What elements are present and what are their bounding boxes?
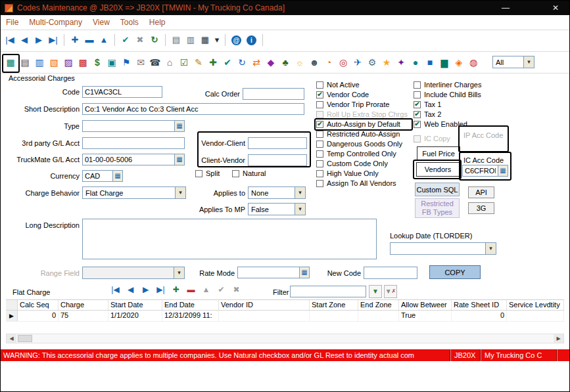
- checkbox-box[interactable]: [316, 131, 323, 138]
- code-field[interactable]: [82, 86, 162, 98]
- scroll-left-icon[interactable]: ◀: [7, 334, 16, 343]
- checkbox-box[interactable]: [316, 81, 323, 89]
- applies-to-mp-combo[interactable]: False ▾: [248, 203, 306, 215]
- checkbox-box[interactable]: [316, 170, 323, 177]
- post-edit-icon[interactable]: ✔: [119, 33, 132, 47]
- insert-record-icon[interactable]: ✚: [68, 33, 82, 47]
- checkbox-box[interactable]: [232, 170, 239, 177]
- tag-icon[interactable]: ◈: [452, 56, 466, 69]
- table-row[interactable]: ▶ 0 75 1/1/2020 12/31/2099 11: True 0: [6, 311, 564, 322]
- third-party-gl-field[interactable]: [82, 137, 185, 149]
- filter-input[interactable]: [290, 286, 366, 297]
- client-vendor-field[interactable]: [248, 154, 307, 166]
- not-active-checkbox[interactable]: Not Active: [316, 81, 408, 89]
- charge-behavior-combo[interactable]: Flat Charge ▾: [82, 186, 186, 199]
- menu-file[interactable]: File: [6, 18, 18, 27]
- short-description-field[interactable]: [82, 103, 304, 115]
- truckmate-gl-lookup-icon[interactable]: ▦: [174, 154, 185, 165]
- toolbar-separator[interactable]: [64, 34, 64, 46]
- menu-tools[interactable]: Tools: [120, 18, 139, 27]
- report-icon[interactable]: ▤: [18, 56, 32, 69]
- vendor-client-field[interactable]: [248, 137, 307, 149]
- grid-delete-icon[interactable]: ▬: [184, 284, 198, 295]
- dot-icon[interactable]: ●: [408, 56, 423, 69]
- vendor-trip-prorate-checkbox[interactable]: Vendor Trip Prorate: [316, 100, 408, 108]
- high-value-only-checkbox[interactable]: High Value Only: [316, 169, 408, 177]
- home-icon[interactable]: ⌂: [162, 56, 177, 69]
- diamond-icon[interactable]: ◆: [264, 56, 278, 69]
- target-icon[interactable]: ◎: [336, 56, 350, 69]
- plane-icon[interactable]: ✈: [350, 56, 365, 69]
- cancel-edit-icon[interactable]: ✖: [133, 33, 147, 47]
- web-enabled-checkbox[interactable]: ✔ Web Enabled: [414, 120, 481, 128]
- column-header[interactable]: Allow Betweer: [399, 300, 452, 310]
- calc-order-field[interactable]: [243, 88, 304, 100]
- checkbox-box[interactable]: [316, 141, 323, 148]
- toolbar-separator[interactable]: [225, 34, 226, 46]
- temp-controlled-checkbox[interactable]: Temp Controlled Only: [316, 150, 408, 158]
- spark-icon[interactable]: ✦: [394, 56, 408, 69]
- column-header[interactable]: End Zone: [358, 300, 399, 310]
- row-marker-icon[interactable]: ▶: [6, 311, 18, 321]
- filter-apply-icon[interactable]: ▼: [369, 285, 382, 298]
- scrollbar-thumb[interactable]: [18, 335, 32, 342]
- grid-next-icon[interactable]: ▶: [139, 284, 153, 295]
- menu-view[interactable]: View: [93, 18, 110, 27]
- grid-insert-icon[interactable]: ✚: [169, 284, 183, 295]
- gear-icon[interactable]: ⚙: [365, 56, 379, 69]
- rate-mode-field[interactable]: [237, 267, 299, 278]
- chevron-down-icon[interactable]: ▾: [523, 56, 534, 68]
- chevron-down-icon[interactable]: ▾: [485, 243, 496, 254]
- rate-mode-lookup-icon[interactable]: ▦: [299, 267, 310, 278]
- minimize-button[interactable]: —: [496, 1, 515, 15]
- tax1-checkbox[interactable]: ✔ Tax 1: [414, 100, 481, 108]
- edit-record-icon[interactable]: ▲: [97, 33, 110, 47]
- grid-prior-icon[interactable]: ◀: [124, 284, 137, 295]
- scroll-right-icon[interactable]: ▶: [554, 334, 563, 343]
- card-icon[interactable]: ▣: [105, 56, 119, 69]
- long-description-field[interactable]: [82, 219, 377, 259]
- menu-help[interactable]: Help: [149, 18, 166, 27]
- type-field[interactable]: [82, 120, 174, 132]
- grid-post-icon[interactable]: ✔: [214, 284, 228, 295]
- delete-record-icon[interactable]: ▬: [83, 33, 96, 47]
- api-button[interactable]: API: [468, 186, 494, 198]
- chevron-down-icon[interactable]: ▾: [295, 204, 305, 215]
- copy-button[interactable]: COPY: [429, 265, 481, 279]
- edit-pencil-icon[interactable]: ✎: [191, 56, 206, 69]
- checkbox-box[interactable]: [316, 150, 323, 158]
- filter-clear-icon[interactable]: ▼✗: [384, 285, 397, 298]
- chart-icon[interactable]: ▥: [32, 56, 47, 69]
- screen-select-icon[interactable]: ▦: [199, 33, 212, 47]
- checkbox-box[interactable]: [316, 180, 323, 187]
- applies-to-combo[interactable]: None ▾: [248, 186, 306, 199]
- toolbar-separator[interactable]: [262, 34, 263, 46]
- profile-filter-combo[interactable]: All ▾: [492, 56, 534, 68]
- custom-sql-button[interactable]: Custom SQL: [415, 183, 460, 196]
- info-icon[interactable]: i: [247, 35, 256, 45]
- fuel-price-button[interactable]: Fuel Price: [417, 146, 460, 160]
- column-header[interactable]: Vendor ID: [219, 300, 310, 310]
- refresh-icon[interactable]: ↻: [148, 33, 161, 47]
- club-icon[interactable]: ♣: [278, 56, 293, 69]
- currency-field[interactable]: [82, 170, 112, 182]
- tax2-checkbox[interactable]: ✔ Tax 2: [414, 110, 481, 118]
- grid-cancel-icon[interactable]: ✖: [229, 284, 243, 295]
- column-header[interactable]: Service Levdtity: [507, 300, 564, 310]
- horizontal-scrollbar[interactable]: ◀ ▶: [6, 334, 564, 343]
- checkbox-box[interactable]: [316, 101, 323, 108]
- truckmate-gl-field[interactable]: [82, 154, 174, 165]
- star-icon[interactable]: ★: [379, 56, 394, 69]
- dangerous-goods-checkbox[interactable]: Dangerous Goods Only: [316, 140, 408, 148]
- column-header[interactable]: Charge: [59, 300, 108, 310]
- phone-icon[interactable]: ☎: [148, 56, 162, 69]
- column-header[interactable]: Rate Sheet ID: [452, 300, 507, 310]
- badge-icon[interactable]: ▩: [76, 56, 90, 69]
- natural-checkbox[interactable]: Natural: [232, 169, 266, 179]
- timer-icon[interactable]: ◔: [321, 56, 336, 69]
- approve-icon[interactable]: ✔: [220, 56, 235, 69]
- checkbox-box[interactable]: [414, 81, 421, 89]
- lookup-date-combo[interactable]: ▾: [390, 242, 496, 255]
- toolbar-separator[interactable]: [165, 34, 166, 46]
- checkbox-box[interactable]: [414, 91, 421, 98]
